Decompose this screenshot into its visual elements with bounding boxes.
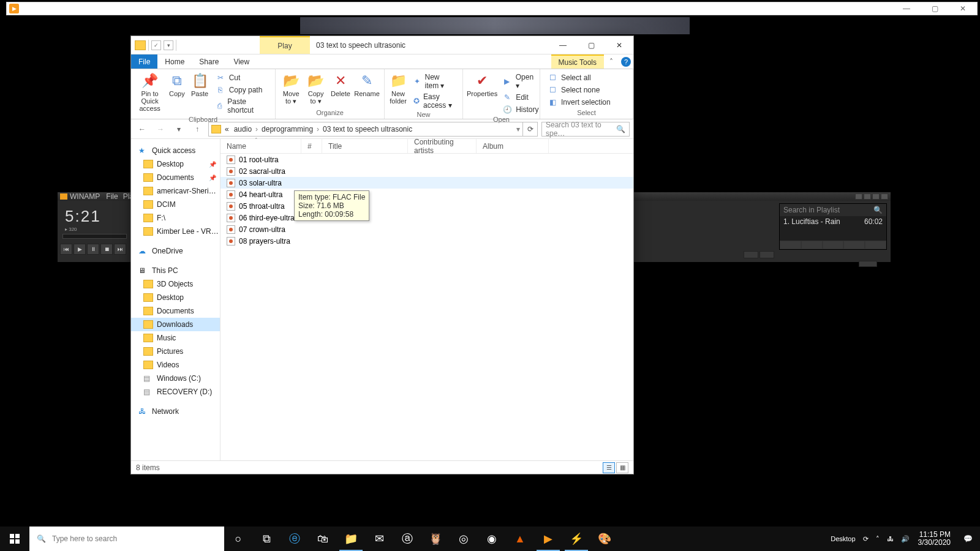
select-none-button[interactable]: ☐Select none bbox=[544, 84, 614, 96]
up-button[interactable]: ↑ bbox=[190, 122, 205, 137]
file-row[interactable]: 04 heart-ultra bbox=[221, 189, 633, 200]
sidebar-item[interactable]: Music bbox=[131, 331, 220, 345]
copy-path-button[interactable]: ⎘Copy path bbox=[212, 84, 271, 96]
tray-volume-icon[interactable]: 🔊 bbox=[897, 527, 913, 551]
winamp-play-button[interactable]: ▶ bbox=[74, 244, 86, 255]
winamp-shade-icon[interactable] bbox=[864, 193, 871, 200]
app-icon-2[interactable]: ◉ bbox=[478, 527, 506, 551]
pl-rem-button[interactable] bbox=[801, 241, 823, 249]
breadcrumb[interactable]: deprogramming bbox=[260, 125, 314, 133]
recent-locations-button[interactable]: ▾ bbox=[172, 122, 186, 137]
winamp-next-button[interactable]: ⏭ bbox=[114, 244, 126, 255]
easy-access-button[interactable]: ✪Easy access ▾ bbox=[409, 91, 459, 111]
pl-list-button[interactable] bbox=[865, 241, 886, 249]
pl-sel-button[interactable] bbox=[823, 241, 844, 249]
winamp-seek-bar[interactable] bbox=[62, 234, 127, 239]
sidebar-item[interactable]: F:\ bbox=[131, 211, 220, 225]
explorer-titlebar[interactable]: ✓ ▾ Play 03 text to speech ultrasonic — … bbox=[131, 36, 633, 54]
search-box[interactable]: Search 03 text to spe… 🔍 bbox=[541, 122, 630, 137]
new-item-button[interactable]: ✦New item ▾ bbox=[409, 72, 459, 91]
bg-close-button[interactable]: ✕ bbox=[949, 2, 977, 15]
column-name[interactable]: Name bbox=[221, 139, 301, 153]
edit-button[interactable]: ✎Edit bbox=[499, 91, 542, 103]
sidebar-item[interactable]: Pictures bbox=[131, 345, 220, 358]
tab-share[interactable]: Share bbox=[192, 54, 226, 69]
sidebar-item[interactable]: DCIM bbox=[131, 198, 220, 211]
invert-selection-button[interactable]: ◧Invert selection bbox=[544, 96, 614, 108]
paste-shortcut-button[interactable]: ⎙Paste shortcut bbox=[212, 96, 271, 116]
winamp-pause-button[interactable]: ⏸ bbox=[87, 244, 99, 255]
pin-to-quick-access-button[interactable]: 📌 Pin to Quick access bbox=[135, 72, 165, 112]
sidebar-item[interactable]: 3D Objects bbox=[131, 277, 220, 291]
select-all-button[interactable]: ☐Select all bbox=[544, 72, 614, 84]
app-icon-1[interactable]: ◎ bbox=[450, 527, 478, 551]
bg-minimize-button[interactable]: — bbox=[892, 2, 921, 15]
show-desktop-label[interactable]: Desktop bbox=[827, 527, 859, 551]
back-button[interactable]: ← bbox=[135, 122, 149, 137]
file-row[interactable]: 03 solar-ultra bbox=[221, 177, 633, 189]
file-row[interactable]: 05 throat-ultra bbox=[221, 200, 633, 212]
explorer-taskbar-icon[interactable]: 📁 bbox=[337, 527, 365, 551]
tray-overflow-icon[interactable]: ˄ bbox=[872, 527, 883, 551]
chevron-right-icon[interactable]: › bbox=[255, 125, 258, 133]
sidebar-item[interactable]: americavr-Sheridan. bbox=[131, 184, 220, 198]
delete-button[interactable]: ✕Delete bbox=[329, 72, 352, 97]
taskbar-search[interactable]: 🔍 Type here to search bbox=[29, 527, 224, 551]
history-button[interactable]: 🕘History bbox=[499, 103, 542, 116]
tray-clock[interactable]: 11:15 PM 3/30/2020 bbox=[913, 531, 956, 547]
column-artists[interactable]: Contributing artists bbox=[408, 139, 477, 153]
sidebar-item[interactable]: Desktop📌 bbox=[131, 157, 220, 171]
winamp-close-icon[interactable] bbox=[881, 193, 888, 200]
sidebar-item[interactable]: Documents📌 bbox=[131, 171, 220, 184]
properties-button[interactable]: ✔Properties bbox=[467, 72, 497, 97]
sidebar-item-onedrive[interactable]: OneDrive bbox=[131, 244, 220, 258]
sidebar-item[interactable]: Windows (C:) bbox=[131, 372, 220, 385]
sidebar-item-network[interactable]: Network bbox=[131, 405, 220, 418]
sidebar-item[interactable]: Kimber Lee - VR Pac bbox=[131, 225, 220, 238]
bg-maximize-button[interactable]: ▢ bbox=[921, 2, 949, 15]
column-title[interactable]: Title bbox=[322, 139, 408, 153]
qat-properties-icon[interactable]: ✓ bbox=[151, 40, 161, 50]
qat-newfolder-icon[interactable]: ▾ bbox=[164, 40, 173, 50]
open-button[interactable]: ▶Open ▾ bbox=[499, 72, 542, 91]
sidebar-item[interactable]: Desktop bbox=[131, 291, 220, 304]
tray-sync-icon[interactable]: ⟳ bbox=[859, 527, 872, 551]
winamp-playlist-row[interactable]: 1. Luciftias - Rain 60:02 bbox=[780, 216, 886, 227]
taskbar[interactable]: 🔍 Type here to search ○ ⧉ ⓔ 🛍 📁 ✉ ⓐ 🦉 ◎ … bbox=[0, 527, 980, 551]
tray-network-icon[interactable]: 🖧 bbox=[883, 527, 897, 551]
column-headers[interactable]: ˄ Name # Title Contributing artists Albu… bbox=[221, 139, 633, 154]
breadcrumb[interactable]: 03 text to speech ultrasonic bbox=[322, 125, 413, 133]
copy-button[interactable]: ⧉ Copy bbox=[166, 72, 187, 97]
move-to-button[interactable]: 📂Move to ▾ bbox=[279, 72, 303, 105]
winamp-stop-button[interactable]: ⏹ bbox=[100, 244, 113, 255]
forward-button[interactable]: → bbox=[153, 122, 168, 137]
minimize-button[interactable]: — bbox=[549, 36, 577, 54]
sidebar-item-this-pc[interactable]: This PC bbox=[131, 264, 220, 277]
sidebar-item[interactable]: Videos bbox=[131, 358, 220, 372]
address-dropdown-icon[interactable]: ▾ bbox=[516, 125, 520, 133]
maximize-button[interactable]: ▢ bbox=[577, 36, 605, 54]
winamp-eq-btn-2[interactable] bbox=[760, 251, 774, 258]
details-view-button[interactable]: ☰ bbox=[603, 462, 615, 473]
column-number[interactable]: # bbox=[301, 139, 322, 153]
tab-file[interactable]: File bbox=[131, 54, 157, 69]
sidebar-item[interactable]: RECOVERY (D:) bbox=[131, 385, 220, 399]
winamp-resize-grip[interactable] bbox=[859, 261, 877, 267]
thumbnails-view-button[interactable]: ▦ bbox=[616, 462, 628, 473]
chevron-right-icon[interactable]: › bbox=[317, 125, 319, 133]
store-icon[interactable]: 🛍 bbox=[309, 527, 337, 551]
navigation-pane[interactable]: Quick access Desktop📌Documents📌americavr… bbox=[131, 139, 221, 460]
winamp-menu-file[interactable]: File bbox=[106, 192, 118, 201]
breadcrumb[interactable]: « bbox=[224, 125, 230, 133]
help-button[interactable]: ? bbox=[619, 54, 633, 69]
mail-icon[interactable]: ✉ bbox=[365, 527, 393, 551]
edge-icon[interactable]: ⓔ bbox=[281, 527, 309, 551]
winamp-playlist-search[interactable]: Search in Playlist 🔍 bbox=[780, 204, 886, 216]
amazon-icon[interactable]: ⓐ bbox=[393, 527, 421, 551]
sidebar-item-quick-access[interactable]: Quick access bbox=[131, 144, 220, 157]
vlc-icon[interactable]: ▲ bbox=[506, 527, 534, 551]
task-view-icon[interactable]: ⧉ bbox=[252, 527, 281, 551]
rename-button[interactable]: ✎Rename bbox=[353, 72, 380, 97]
sidebar-item[interactable]: Downloads bbox=[131, 318, 220, 331]
refresh-button[interactable]: ⟳ bbox=[523, 122, 538, 137]
